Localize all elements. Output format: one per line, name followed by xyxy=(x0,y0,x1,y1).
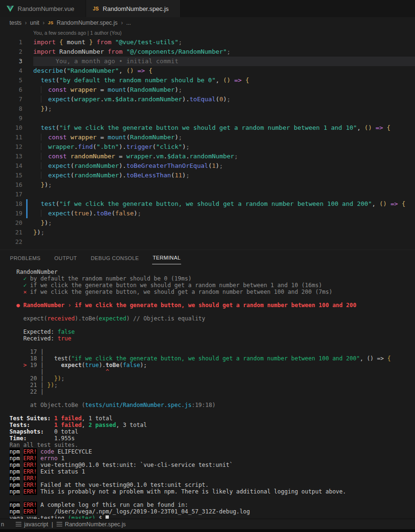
code-line[interactable]: 11 const wrapper = mount(RandomNumber); xyxy=(0,133,415,142)
line-number: 16 xyxy=(0,180,22,190)
gutter-spacer xyxy=(22,142,33,152)
terminal-output[interactable]: RandomNumber ✓ by default the random num… xyxy=(0,265,415,522)
code-line[interactable]: 16 }); xyxy=(0,180,415,190)
code-text: test("by default the random number shoul… xyxy=(33,76,415,85)
tab-label: RandomNumber.spec.js xyxy=(103,5,169,12)
terminal-line: npm ERR! Failed at the vue-testing@0.1.0… xyxy=(10,482,415,488)
terminal-line: npm ERR! code ELIFECYCLE xyxy=(10,448,415,455)
line-number: 13 xyxy=(0,152,22,161)
code-text: wrapper.find(".btn").trigger("click"); xyxy=(33,142,415,152)
gutter-spacer xyxy=(22,104,33,114)
terminal-line: Time: 1.955s xyxy=(10,435,415,442)
status-file-label: RandomNumber.spec.js xyxy=(65,521,126,528)
gutter-spacer xyxy=(22,95,33,104)
code-line[interactable]: 19 expect(true).toBe(false); xyxy=(0,209,415,218)
status-item-file[interactable]: RandomNumber.spec.js xyxy=(57,521,126,528)
status-bar: n javascript | RandomNumber.spec.js xyxy=(0,519,415,529)
code-line[interactable]: 5 test("by default the random number sho… xyxy=(0,76,415,85)
line-number: 8 xyxy=(0,104,22,114)
tab-randomnumber-spec-js[interactable]: JS RandomNumber.spec.js xyxy=(86,0,181,17)
code-line[interactable]: 14 expect(randomNumber).toBeGreaterThanO… xyxy=(0,161,415,171)
gutter-spacer xyxy=(22,133,33,142)
code-line[interactable]: 13 const randomNumber = wrapper.vm.$data… xyxy=(0,152,415,161)
terminal-line xyxy=(10,408,415,415)
line-number: 9 xyxy=(0,114,22,123)
code-line[interactable]: 4describe("RandomNumber", () => { xyxy=(0,66,415,76)
terminal-line: npm ERR! /Users/vega/.npm/_logs/2019-10-… xyxy=(10,508,415,515)
code-line[interactable]: 3 You, a month ago • initial commit xyxy=(0,57,415,66)
editor[interactable]: 1import { mount } from "@vue/test-utils"… xyxy=(0,38,415,247)
gutter-spacer xyxy=(22,190,33,199)
panel-tab-output[interactable]: OUTPUT xyxy=(54,251,77,264)
code-line[interactable]: 12 wrapper.find(".btn").trigger("click")… xyxy=(0,142,415,152)
terminal-line xyxy=(10,295,415,302)
line-number: 5 xyxy=(0,76,22,85)
terminal-line: > 19 | expect(true).toBe(false); xyxy=(10,362,415,368)
terminal-line: 17 | xyxy=(10,348,415,355)
code-line[interactable]: 17 xyxy=(0,190,415,199)
gutter-spacer xyxy=(22,123,33,133)
codelens-blame[interactable]: You, a few seconds ago | 1 author (You) xyxy=(33,29,415,38)
code-line[interactable]: 18 test("if we click the generate button… xyxy=(0,199,415,209)
code-line[interactable]: 9 xyxy=(0,114,415,123)
terminal-line xyxy=(10,309,415,315)
breadcrumb: tests › unit › JS RandomNumber.spec.js ›… xyxy=(0,17,415,29)
terminal-line: ✕ if we click the generate button, we sh… xyxy=(10,289,415,295)
code-line[interactable]: 1import { mount } from "@vue/test-utils"… xyxy=(0,38,415,47)
code-text: describe("RandomNumber", () => { xyxy=(33,66,415,76)
code-line[interactable]: 2import RandomNumber from "@/components/… xyxy=(0,47,415,57)
breadcrumb-item-file[interactable]: RandomNumber.spec.js xyxy=(57,19,117,26)
code-line[interactable]: 6 const wrapper = mount(RandomNumber); xyxy=(0,85,415,95)
separator-text: | xyxy=(51,521,53,528)
breadcrumb-item-more[interactable]: ... xyxy=(126,19,131,26)
terminal-line: expect(received).toBe(expected) // Objec… xyxy=(10,315,415,322)
code-line[interactable]: 21}); xyxy=(0,228,415,237)
panel-tab-debug-console[interactable]: DEBUG CONSOLE xyxy=(90,251,139,264)
terminal-line: RandomNumber xyxy=(10,269,415,275)
breadcrumb-item-unit[interactable]: unit xyxy=(30,19,39,26)
terminal-line: Expected: false xyxy=(10,329,415,335)
terminal-line: ✓ by default the random number should be… xyxy=(10,275,415,282)
list-icon xyxy=(57,522,62,526)
code-text: You, a month ago • initial commit xyxy=(33,57,415,66)
gutter-spacer xyxy=(22,57,33,66)
panel-tab-terminal[interactable]: TERMINAL xyxy=(152,251,181,264)
editor-tab-bar: RandomNumber.vue JS RandomNumber.spec.js xyxy=(0,0,415,17)
line-number: 12 xyxy=(0,142,22,152)
code-text: }); xyxy=(33,180,415,190)
terminal-line: ● RandomNumber › if we click the generat… xyxy=(10,302,415,309)
panel-tab-bar: PROBLEMSOUTPUTDEBUG CONSOLETERMINAL xyxy=(0,250,415,265)
js-icon: JS xyxy=(48,20,54,25)
line-number: 21 xyxy=(0,228,22,237)
line-number: 6 xyxy=(0,85,22,95)
list-icon xyxy=(16,522,21,526)
tab-randomnumber-vue[interactable]: RandomNumber.vue xyxy=(0,0,86,17)
code-text: const wrapper = mount(RandomNumber); xyxy=(33,85,415,95)
breadcrumb-item-tests[interactable]: tests xyxy=(10,19,21,26)
gutter-spacer xyxy=(22,114,33,123)
code-line[interactable]: 15 expect(randomNumber).toBeLessThan(11)… xyxy=(0,171,415,180)
terminal-line: 18 | test("if we click the generate butt… xyxy=(10,355,415,362)
panel-tab-problems[interactable]: PROBLEMS xyxy=(10,251,41,264)
gutter-spacer xyxy=(22,237,33,247)
terminal-line: Tests: 1 failed, 2 passed, 3 total xyxy=(10,422,415,428)
terminal-line: npm ERR! xyxy=(10,475,415,482)
code-text: import RandomNumber from "@/components/R… xyxy=(33,47,415,57)
vue-icon xyxy=(7,6,14,12)
terminal-line: npm ERR! Exit status 1 xyxy=(10,468,415,475)
line-number: 14 xyxy=(0,161,22,171)
terminal-line: 20 | }); xyxy=(10,375,415,382)
terminal-line xyxy=(10,395,415,402)
chevron-right-icon: › xyxy=(25,19,27,26)
terminal-line: Snapshots: 0 total xyxy=(10,428,415,435)
code-line[interactable]: 7 expect(wrapper.vm.$data.randomNumber).… xyxy=(0,95,415,104)
gutter-spacer xyxy=(22,66,33,76)
code-line[interactable]: 8 }); xyxy=(0,104,415,114)
terminal-line: npm ERR! This is probably not a problem … xyxy=(10,488,415,495)
status-item-language[interactable]: javascript xyxy=(16,521,48,528)
code-line[interactable]: 10 test("if we click the generate button… xyxy=(0,123,415,133)
code-line[interactable]: 22 xyxy=(0,237,415,247)
terminal-line: Test Suites: 1 failed, 1 total xyxy=(10,415,415,422)
code-line[interactable]: 20 }); xyxy=(0,218,415,228)
code-text: }); xyxy=(33,104,415,114)
